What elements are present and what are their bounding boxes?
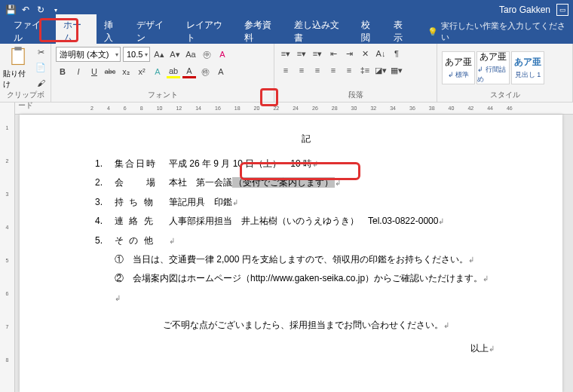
workspace: 12345678 2468101214161820222426283032343…	[0, 103, 573, 392]
style-nospacing[interactable]: あア亜↲ 行間詰め	[476, 51, 510, 84]
text-effects-icon[interactable]: A	[151, 65, 164, 78]
shading-icon[interactable]: ◪▾	[374, 63, 388, 77]
para-mark-icon: ↲	[443, 321, 449, 329]
group-clipboard: 貼り付け ✂ 📄 🖌 クリップボード	[0, 44, 51, 102]
selected-text[interactable]: （受付でご案内します）	[232, 177, 335, 188]
list-item: 5.そ の 他↲	[95, 233, 517, 248]
style-sample: あア亜	[445, 56, 472, 69]
justify-icon[interactable]: ≡	[326, 63, 340, 77]
align-right-icon[interactable]: ≡	[311, 63, 324, 77]
highlight-color-icon[interactable]: ab	[167, 65, 180, 78]
list-item: 1.集合日時平成 26 年 9 月 10 日（土） 10 時↲	[95, 156, 517, 171]
bulb-icon: 💡	[427, 27, 438, 37]
page[interactable]: 記 1.集合日時平成 26 年 9 月 10 日（土） 10 時↲2.会 場本社…	[20, 115, 562, 392]
change-case-icon[interactable]: Aa	[184, 47, 198, 61]
grow-font-icon[interactable]: A▴	[152, 47, 166, 61]
style-sample: あア亜	[480, 51, 507, 63]
group-label-paragraph: 段落	[277, 90, 434, 102]
font-size-select[interactable]: 10.5	[123, 47, 150, 62]
align-center-icon[interactable]: ≡	[295, 63, 308, 77]
para-mark-icon: ↲	[115, 294, 121, 302]
group-paragraph: ≡▾ ≡▾ ≡▾ ⇤ ⇥ ✕ A↓ ¶ ≡ ≡ ≡ ≡ ≡ ‡≡ ◪▾ ▦▾ 段…	[274, 44, 437, 102]
style-sample: あア亜	[514, 56, 541, 69]
ribbon-options-icon[interactable]: ▭	[556, 4, 568, 16]
paste-label: 貼り付け	[3, 69, 32, 90]
italic-button[interactable]: I	[72, 65, 85, 78]
underline-button[interactable]: U	[87, 65, 101, 78]
borders-icon[interactable]: ▦▾	[390, 63, 403, 77]
doc-closing: ご不明な点がございましたら、採用担当までお問い合わせください。↲	[95, 319, 517, 332]
font-name-select[interactable]: 游明朝 (本文)	[56, 47, 121, 62]
tab-mailings[interactable]: 差し込み文書	[286, 14, 354, 49]
bold-button[interactable]: B	[56, 65, 69, 78]
doc-heading: 記	[95, 133, 517, 145]
document-area: 2468101214161820222426283032343638404244…	[15, 103, 573, 392]
horizontal-ruler: 2468101214161820222426283032343638404244…	[15, 103, 573, 115]
doc-sub-1: ① 当日は、交通費一律 2,000 円を支給しますので、領収用の印鑑をお持ちくだ…	[115, 252, 517, 267]
shrink-font-icon[interactable]: A▾	[168, 47, 182, 61]
enclose-char-icon[interactable]: ㊕	[198, 65, 212, 78]
tab-view[interactable]: 表示	[386, 14, 418, 49]
tab-file[interactable]: ファイル	[6, 14, 56, 49]
list-item: 2.会 場本社 第一会議（受付でご案内します）↲	[95, 175, 517, 190]
paste-button[interactable]: 貼り付け	[3, 46, 32, 90]
group-label-styles: スタイル	[440, 90, 569, 102]
doc-ijo: 以上↲	[95, 342, 517, 355]
group-label-clipboard: クリップボード	[3, 90, 47, 102]
font-color-icon[interactable]: A	[182, 65, 196, 78]
para-mark-icon: ↲	[483, 274, 489, 283]
distribute-icon[interactable]: ≡	[342, 63, 356, 77]
subscript-button[interactable]: x₂	[119, 65, 133, 78]
vertical-ruler: 12345678	[0, 103, 15, 392]
para-mark-icon: ↲	[468, 256, 474, 264]
superscript-button[interactable]: x²	[135, 65, 149, 78]
tell-me[interactable]: 💡 実行したい作業を入力してください	[427, 20, 567, 43]
group-styles: あア亜↲ 標準 あア亜↲ 行間詰め あア亜見出し 1 スタイル	[437, 44, 573, 102]
list-item: 4.連 絡 先人事部採用担当 井上祐樹（いのうえゆうき） Tel.03-0822…	[95, 213, 517, 228]
style-name: ↲ 行間詰め	[477, 65, 509, 84]
ribbon-tabs: ファイル ホーム 挿入 デザイン レイアウト 参考資料 差し込み文書 校閲 表示…	[0, 20, 573, 44]
style-heading1[interactable]: あア亜見出し 1	[511, 51, 544, 84]
strike-button[interactable]: abc	[103, 65, 117, 78]
doc-sub-2: ② 会場案内図はホームページ（http://www.gaken-seika.co…	[115, 271, 517, 286]
clear-format-icon[interactable]: A	[216, 47, 229, 61]
phonetic-guide-icon[interactable]: ㊥	[200, 47, 213, 61]
tell-me-text: 実行したい作業を入力してください	[441, 20, 567, 43]
align-left-icon[interactable]: ≡	[279, 63, 293, 77]
user-name: Taro Gakken	[499, 5, 550, 15]
line-spacing-icon[interactable]: ‡≡	[358, 63, 372, 77]
empty-para: ↲	[115, 290, 517, 305]
copy-icon[interactable]: 📄	[34, 61, 47, 75]
style-name: 見出し 1	[515, 70, 541, 80]
tab-review[interactable]: 校閲	[354, 14, 386, 49]
para-mark-icon: ↲	[489, 345, 495, 353]
style-normal[interactable]: あア亜↲ 標準	[442, 51, 475, 84]
group-font: 游明朝 (本文) 10.5 A▴ A▾ Aa ㊥ A B I U abc x₂ …	[51, 44, 274, 102]
svg-rect-0	[11, 48, 23, 64]
style-name: ↲ 標準	[448, 70, 470, 80]
ribbon: 貼り付け ✂ 📄 🖌 クリップボード 游明朝 (本文) 10.5 A▴ A▾ A…	[0, 44, 573, 103]
char-border-icon[interactable]: A	[214, 65, 228, 78]
list-item: 3.持 ち 物筆記用具 印鑑↲	[95, 194, 517, 210]
group-label-font: フォント	[54, 90, 271, 102]
format-painter-icon[interactable]: 🖌	[34, 76, 47, 90]
